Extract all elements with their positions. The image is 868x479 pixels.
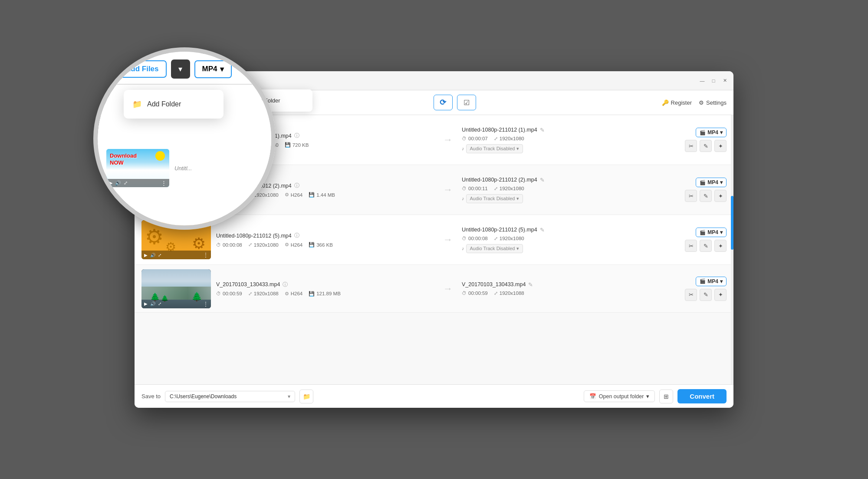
- table-row: DownloadNOW ▶ 🔊 ⤢ ⋮ Untitled-1080p-21: [135, 165, 733, 215]
- info-icon[interactable]: ⓘ: [294, 132, 299, 139]
- volume-icon[interactable]: 🔊: [150, 301, 155, 306]
- more-icon[interactable]: ⋮: [203, 202, 208, 208]
- more-icon[interactable]: ⋮: [203, 252, 208, 258]
- resize-icon: ⤢: [248, 242, 252, 248]
- file-name-text: Untitled-1080p-211012 (2).mp4: [216, 183, 292, 189]
- edit-btn[interactable]: ✎: [700, 140, 712, 152]
- edit-icon[interactable]: ✎: [528, 281, 533, 288]
- thumbnail: ⚙ ⚙ ⚙ ▶ 🔊 ⤢ ⋮: [141, 220, 211, 259]
- maximize-btn[interactable]: □: [710, 77, 717, 84]
- fullscreen-icon[interactable]: ⤢: [158, 253, 161, 258]
- more-icon[interactable]: ⋮: [203, 152, 208, 158]
- codec-icon: ⚙: [285, 192, 289, 198]
- codec-icon: ⚙: [285, 242, 289, 248]
- format-tag-chevron: ▾: [720, 179, 723, 185]
- settings-button[interactable]: ⚙ Settings: [699, 99, 727, 106]
- format-tag[interactable]: 🎬 MP4 ▾: [696, 128, 727, 137]
- audio-track-btn[interactable]: Audio Track Disabled ▾: [466, 244, 523, 253]
- edit-btn[interactable]: ✎: [700, 190, 712, 202]
- output-info: Untitled-1080p-211012 (2).mp4 ✎ ⏱ 00:00:…: [462, 177, 680, 203]
- edit-btn[interactable]: ✎: [700, 289, 712, 301]
- scissors-btn[interactable]: ✂: [685, 289, 697, 301]
- minimize-btn[interactable]: —: [699, 77, 706, 84]
- info-icon[interactable]: ⓘ: [294, 232, 299, 239]
- volume-icon[interactable]: 🔊: [150, 203, 155, 208]
- audio-chevron-icon: ▾: [516, 196, 519, 202]
- format-tag[interactable]: 🎬 MP4 ▾: [696, 228, 727, 237]
- toolbar-right: 🔑 Register ⚙ Settings: [662, 99, 727, 106]
- scissors-btn[interactable]: ✂: [685, 240, 697, 252]
- scissors-icon: ✂: [689, 243, 694, 249]
- arrow-col: →: [439, 234, 457, 245]
- table-row: ⚙ ⚙ ⚙ ▶ 🔊 ⤢ ⋮ Untitled-1080p-211012 (5).…: [135, 215, 733, 265]
- clock-icon-2: ⏱: [462, 136, 467, 141]
- play-icon[interactable]: ▶: [144, 153, 148, 158]
- info-icon[interactable]: ⓘ: [283, 281, 288, 288]
- pen-icon: ✎: [704, 291, 708, 298]
- clock-icon: ⏱: [216, 242, 221, 248]
- convert-button[interactable]: Convert: [677, 389, 727, 403]
- edit-icon[interactable]: ✎: [540, 127, 545, 133]
- info-icon[interactable]: ⓘ: [294, 182, 299, 189]
- scrollbar-thumb[interactable]: [731, 196, 733, 250]
- play-icon[interactable]: ▶: [144, 203, 148, 208]
- audio-track-btn[interactable]: Audio Track Disabled ▾: [466, 194, 523, 203]
- file-name-text: V_20170103_130433.mp4: [216, 281, 280, 287]
- dropdown-button[interactable]: ▾: [193, 96, 207, 109]
- calendar-icon: 📅: [589, 393, 596, 400]
- edit-icon[interactable]: ✎: [540, 177, 545, 183]
- window-title: orbits Video Converter: [141, 77, 197, 84]
- clock-icon: ⏱: [216, 142, 221, 148]
- effects-btn[interactable]: ✦: [714, 289, 727, 301]
- clock-icon: ⏱: [462, 291, 467, 296]
- resize-icon: ⤢: [494, 186, 498, 192]
- volume-icon[interactable]: 🔊: [150, 153, 155, 158]
- arrow-icon: →: [443, 234, 453, 245]
- refresh-icon: ⟳: [440, 98, 446, 107]
- scissors-btn[interactable]: ✂: [685, 190, 697, 202]
- effects-btn[interactable]: ✦: [714, 190, 727, 202]
- file-info: Untitled-1080p-211012 (2).mp4 ⓘ ⏱ 00:00:…: [216, 182, 434, 198]
- add-folder-item[interactable]: 📁 Add Folder: [234, 93, 312, 108]
- register-button[interactable]: 🔑 Register: [662, 99, 692, 106]
- effects-btn[interactable]: ✦: [714, 240, 727, 252]
- scissors-btn[interactable]: ✂: [685, 140, 697, 152]
- action-icons: ✂ ✎ ✦: [685, 190, 727, 202]
- effects-btn[interactable]: ✦: [714, 140, 727, 152]
- folder-popup-icon: 📁: [241, 97, 248, 104]
- play-icon[interactable]: ▶: [144, 301, 148, 306]
- fullscreen-icon[interactable]: ⤢: [158, 153, 161, 158]
- audio-track: ♪ Audio Track Disabled ▾: [462, 244, 680, 253]
- open-output-folder-button[interactable]: 📅 Open output folder ▾: [584, 390, 655, 402]
- audio-track-btn[interactable]: Audio Track Disabled ▾: [466, 144, 523, 153]
- add-files-button[interactable]: 📄 Add Files: [141, 96, 190, 109]
- grid-view-button[interactable]: ⊞: [659, 390, 673, 403]
- film-icon: 🎬: [700, 180, 706, 185]
- save-folder-button[interactable]: 📁: [299, 390, 313, 403]
- arrow-icon: →: [443, 184, 453, 195]
- edit-icon[interactable]: ✎: [540, 227, 545, 233]
- volume-icon[interactable]: 🔊: [150, 253, 155, 258]
- title-bar: orbits Video Converter — □ ✕: [135, 71, 733, 90]
- file-info: V_20170103_130433.mp4 ⓘ ⏱ 00:00:59 ⤢ 192…: [216, 281, 434, 297]
- action-icons: ✂ ✎ ✦: [685, 240, 727, 252]
- hdd-icon: 💾: [309, 242, 315, 248]
- resize-icon: ⤢: [248, 291, 252, 297]
- close-btn[interactable]: ✕: [721, 77, 728, 84]
- pen-icon: ✎: [704, 193, 708, 199]
- format-tag[interactable]: 🎬 MP4 ▾: [696, 178, 727, 187]
- save-path-display[interactable]: C:\Users\Eugene\Downloads ▾: [165, 391, 295, 402]
- convert-mode-btn[interactable]: ⟳: [434, 95, 453, 110]
- more-icon[interactable]: ⋮: [203, 301, 208, 307]
- film-icon: 🎬: [216, 99, 223, 106]
- merge-mode-btn[interactable]: ☑: [457, 95, 476, 110]
- edit-btn[interactable]: ✎: [700, 240, 712, 252]
- format-tag[interactable]: 🎬 MP4 ▾: [696, 277, 727, 286]
- check-icon: ☑: [464, 99, 470, 107]
- file-info: Untitled-1080p-211012 (5).mp4 ⓘ ⏱ 00:00:…: [216, 232, 434, 248]
- audio-track: ♪ Audio Track Disabled ▾: [462, 194, 680, 203]
- fullscreen-icon[interactable]: ⤢: [158, 301, 161, 306]
- action-icons: ✂ ✎ ✦: [685, 289, 727, 301]
- fullscreen-icon[interactable]: ⤢: [158, 203, 161, 208]
- play-icon[interactable]: ▶: [144, 253, 148, 258]
